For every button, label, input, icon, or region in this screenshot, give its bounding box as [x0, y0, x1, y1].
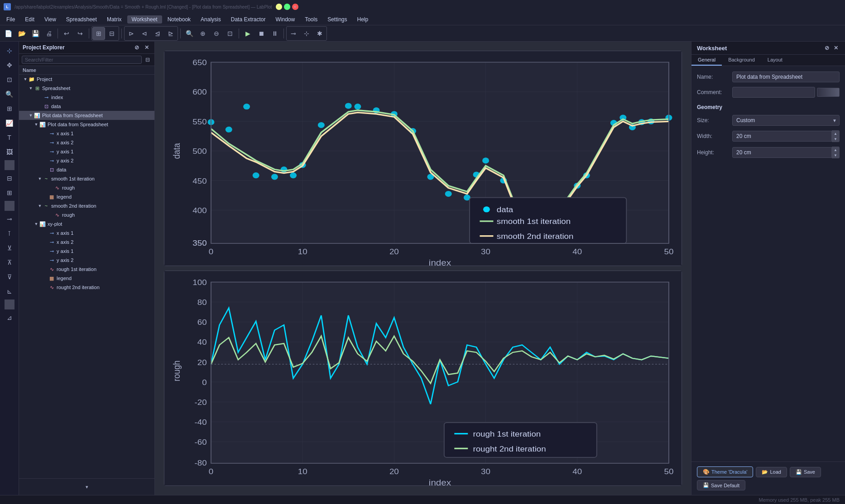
menu-tools[interactable]: Tools	[300, 15, 322, 24]
comment-color-swatch[interactable]	[817, 88, 840, 97]
left-tool-zoom[interactable]: 🔍	[3, 88, 16, 100]
toolbar-print[interactable]: 🖨	[43, 27, 55, 40]
tree-item-smooth1[interactable]: ▼ ~ smooth 1st iteration	[19, 174, 154, 183]
toolbar-fit[interactable]: ⊡	[224, 27, 236, 40]
toolbar-mode2[interactable]: ⊹	[300, 27, 313, 40]
save-btn[interactable]: 💾 Save	[790, 467, 821, 477]
maximize-button[interactable]: □	[284, 4, 290, 10]
menu-matrix[interactable]: Matrix	[102, 15, 126, 24]
tree-item-plot-data-inner[interactable]: ▼ 📊 Plot data from Spreadsheet	[19, 120, 154, 129]
left-tool-scatter[interactable]: ⊼	[3, 256, 16, 269]
tree-item-legend[interactable]: ▶ ▦ legend	[19, 192, 154, 201]
left-tool-box[interactable]: ⊽	[3, 271, 16, 283]
tree-item-smooth2[interactable]: ▼ ~ smooth 2nd iteration	[19, 201, 154, 210]
toolbar-stop[interactable]: ⏹	[255, 27, 268, 40]
tree-item-data[interactable]: ▶ ⊡ data	[19, 102, 154, 111]
toolbar-mode1[interactable]: ⊸	[287, 27, 300, 40]
tree-item-yaxis1b[interactable]: ▶ ⊸ y axis 1	[19, 247, 154, 256]
left-tool-matrix[interactable]: ⊞	[3, 186, 16, 199]
width-spin-down[interactable]: ▼	[832, 136, 839, 142]
tree-item-index[interactable]: ▶ ⊸ index	[19, 93, 154, 102]
toolbar-pause[interactable]: ⏸	[269, 27, 281, 40]
tree-item-yaxis1[interactable]: ▶ ⊸ y axis 1	[19, 147, 154, 156]
left-tool-expand[interactable]: ⊿	[3, 311, 16, 324]
menu-window[interactable]: Window	[271, 15, 299, 24]
tab-layout[interactable]: Layout	[761, 55, 789, 66]
tree-item-yaxis2b[interactable]: ▶ ⊸ y axis 2	[19, 256, 154, 265]
toolbar-redo[interactable]: ↪	[74, 27, 86, 40]
comment-input[interactable]	[732, 87, 815, 98]
size-select[interactable]: Custom A4 Letter 16:9	[732, 115, 840, 126]
name-input[interactable]	[732, 71, 840, 82]
toolbar-nav3[interactable]: ⊴	[151, 27, 164, 40]
tree-item-xaxis1[interactable]: ▶ ⊸ x axis 1	[19, 129, 154, 138]
left-tool-hist[interactable]: ⊺	[3, 227, 16, 240]
left-tool-plot[interactable]: ⊸	[3, 213, 16, 225]
left-tool-navigate[interactable]: ✥	[3, 59, 16, 71]
toolbar-zoomin[interactable]: ⊕	[197, 27, 209, 40]
toolbar-zoomout[interactable]: ⊖	[210, 27, 223, 40]
tree-item-rough2[interactable]: ▶ ∿ rough	[19, 210, 154, 219]
theme-btn[interactable]: 🎨 Theme 'Dracula'	[697, 466, 753, 477]
menu-data-extractor[interactable]: Data Extractor	[226, 15, 270, 24]
load-btn[interactable]: 📂 Load	[756, 467, 787, 477]
left-tool-cursor[interactable]: ⊹	[3, 44, 16, 57]
menu-spreadsheet[interactable]: Spreadsheet	[62, 15, 101, 24]
tab-general[interactable]: General	[691, 55, 722, 66]
menu-file[interactable]: File	[2, 15, 19, 24]
menu-help[interactable]: Help	[353, 15, 373, 24]
search-input[interactable]	[22, 56, 142, 64]
tree-item-rough1st[interactable]: ▶ ∿ rough 1st iteration	[19, 265, 154, 274]
tree-item-data2[interactable]: ▶ ⊡ data	[19, 165, 154, 174]
height-spin-down[interactable]: ▼	[832, 152, 839, 158]
tree-item-rough1[interactable]: ▶ ∿ rough	[19, 183, 154, 192]
width-spin-up[interactable]: ▲	[832, 131, 839, 136]
toolbar-save[interactable]: 💾	[29, 27, 42, 40]
tree-item-spreadsheet[interactable]: ▼ ⊞ Spreadsheet	[19, 84, 154, 93]
close-button[interactable]: ✕	[292, 4, 298, 10]
left-tool-image[interactable]: 🖼	[3, 146, 16, 158]
menu-settings[interactable]: Settings	[323, 15, 351, 24]
toolbar-open[interactable]: 📂	[15, 27, 28, 40]
minimize-button[interactable]: −	[276, 4, 282, 10]
menu-edit[interactable]: Edit	[20, 15, 39, 24]
toolbar-mode3[interactable]: ✱	[313, 27, 326, 40]
tree-item-xaxis2[interactable]: ▶ ⊸ x axis 2	[19, 138, 154, 147]
tree-container[interactable]: ▼ 📁 Project ▼ ⊞ Spreadsheet ▶ ⊸ index	[19, 75, 154, 478]
menu-analysis[interactable]: Analysis	[196, 15, 226, 24]
tree-item-xaxis2b[interactable]: ▶ ⊸ x axis 2	[19, 238, 154, 247]
toolbar-undo[interactable]: ↩	[60, 27, 73, 40]
left-tool-text[interactable]: T	[3, 131, 16, 144]
tree-item-legend2[interactable]: ▶ ▦ legend	[19, 274, 154, 283]
tree-item-yaxis2[interactable]: ▶ ⊸ y axis 2	[19, 156, 154, 165]
tree-item-xaxis1b[interactable]: ▶ ⊸ x axis 1	[19, 228, 154, 238]
tree-item-plot-data[interactable]: ▼ 📊 Plot data from Spreadsheet	[19, 111, 154, 120]
menu-view[interactable]: View	[40, 15, 61, 24]
left-tool-spreadsheet[interactable]: ⊟	[3, 172, 16, 185]
menu-worksheet[interactable]: Worksheet	[127, 15, 162, 24]
left-tool-select[interactable]: ⊡	[3, 73, 16, 86]
toolbar-new[interactable]: 📄	[2, 27, 14, 40]
width-input[interactable]	[732, 131, 832, 142]
left-tool-line[interactable]: 📈	[3, 117, 16, 129]
tree-item-rough2nd[interactable]: ▶ ∿ rought 2nd iteration	[19, 283, 154, 292]
left-tool-bar[interactable]: ⊻	[3, 242, 16, 254]
toolbar-view1[interactable]: ⊞	[92, 27, 105, 40]
toolbar-nav2[interactable]: ⊲	[138, 27, 151, 40]
left-tool-data[interactable]: ⊞	[3, 102, 16, 115]
save-default-btn[interactable]: 💾 Save Default	[697, 480, 745, 490]
toolbar-view2[interactable]: ⊟	[106, 27, 118, 40]
right-panel-close-btn[interactable]: ✕	[832, 44, 840, 52]
menu-notebook[interactable]: Notebook	[163, 15, 195, 24]
panel-close-btn[interactable]: ✕	[143, 43, 151, 52]
toolbar-nav4[interactable]: ⊵	[164, 27, 177, 40]
tree-item-project[interactable]: ▼ 📁 Project	[19, 75, 154, 84]
toolbar-play[interactable]: ▶	[241, 27, 254, 40]
collapse-btn[interactable]: ▾	[81, 480, 93, 493]
height-spin-up[interactable]: ▲	[832, 147, 839, 152]
tab-background[interactable]: Background	[722, 55, 761, 66]
left-tool-stat[interactable]: ⊾	[3, 285, 16, 298]
filter-btn[interactable]: ⊟	[144, 56, 152, 64]
right-panel-dock-btn[interactable]: ⊘	[823, 44, 831, 52]
height-input[interactable]	[732, 147, 832, 158]
